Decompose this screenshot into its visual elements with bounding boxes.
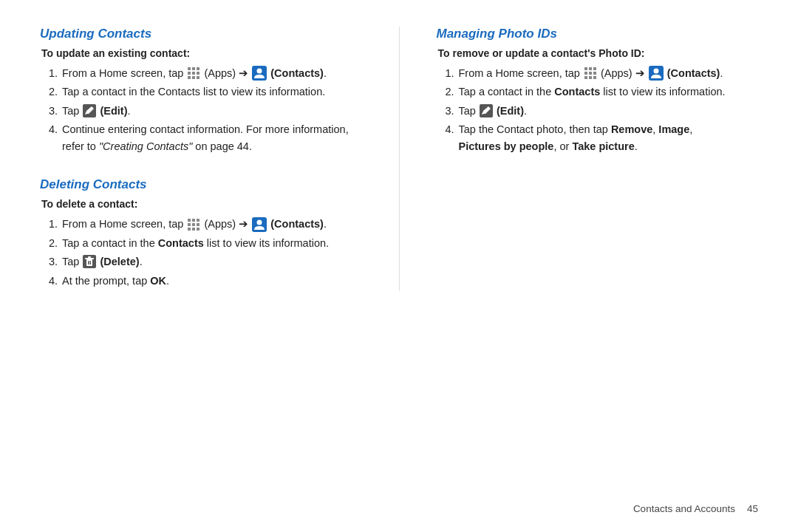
svg-rect-37 (593, 76, 596, 79)
delete-icon (83, 255, 96, 268)
edit-icon-2 (480, 104, 493, 117)
svg-rect-32 (584, 72, 587, 75)
remove-label: Remove (611, 123, 652, 135)
section-managing-photos: Managing Photo IDs To remove or update a… (437, 27, 759, 157)
footer-page-number: 45 (747, 503, 758, 514)
svg-rect-26 (88, 256, 91, 258)
apps-icon-2 (187, 218, 200, 231)
steps-list-deleting: From a Home screen, tap (Apps) ➔ (61, 216, 362, 289)
column-divider (399, 27, 400, 291)
apps-icon (187, 66, 200, 80)
creating-contacts-ref: "Creating Contacts" (99, 140, 192, 152)
svg-point-10 (257, 69, 262, 74)
contacts-bold-2: Contacts (158, 237, 204, 249)
section-subtitle-updating: To update an existing contact: (41, 47, 362, 59)
svg-rect-28 (90, 261, 92, 265)
svg-rect-1 (192, 67, 195, 70)
step-2-managing: Tap a contact in the Contacts list to vi… (457, 83, 759, 100)
svg-point-22 (257, 219, 262, 225)
step-1-managing: From a Home screen, tap (Apps) ➔ (457, 65, 759, 81)
delete-label: (Delete) (100, 256, 139, 267)
svg-rect-13 (192, 219, 195, 222)
svg-rect-14 (197, 219, 200, 222)
contacts-icon-3 (649, 66, 664, 81)
svg-rect-17 (197, 223, 200, 226)
edit-label-1: (Edit) (100, 105, 127, 117)
edit-icon-1 (83, 104, 96, 117)
svg-rect-4 (192, 72, 195, 75)
svg-rect-3 (188, 72, 191, 75)
svg-rect-36 (589, 76, 592, 79)
svg-rect-8 (197, 76, 200, 79)
contacts-icon-2 (252, 217, 267, 232)
svg-rect-29 (584, 67, 587, 70)
contacts-icon-1 (252, 66, 267, 81)
svg-rect-2 (197, 67, 200, 70)
step-2-updating: Tap a contact in the Contacts list to vi… (61, 83, 362, 100)
apps-label-3: (Apps) ➔ (601, 67, 648, 79)
svg-rect-19 (192, 228, 195, 231)
step-4-deleting: At the prompt, tap OK. (61, 273, 362, 289)
image-label: Image (658, 123, 689, 135)
svg-rect-18 (188, 228, 191, 231)
svg-rect-25 (85, 258, 94, 259)
step-2-deleting: Tap a contact in the Contacts list to vi… (61, 235, 362, 251)
step-3-deleting: Tap (Delete). (61, 253, 362, 270)
take-picture-label: Take picture (572, 140, 634, 152)
section-subtitle-deleting: To delete a contact: (41, 198, 362, 210)
ok-label: OK (150, 275, 166, 287)
svg-rect-27 (88, 261, 89, 265)
svg-point-39 (653, 69, 658, 74)
page-content: Updating Contacts To update an existing … (0, 0, 798, 318)
left-column: Updating Contacts To update an existing … (40, 27, 362, 291)
svg-rect-5 (197, 72, 200, 75)
svg-rect-34 (593, 72, 596, 75)
svg-rect-6 (188, 76, 191, 79)
svg-rect-12 (188, 219, 191, 222)
section-deleting-contacts: Deleting Contacts To delete a contact: F… (40, 177, 362, 291)
steps-list-updating: From a Home screen, tap (Apps) ➔ (61, 65, 362, 154)
svg-rect-0 (188, 67, 191, 70)
apps-icon-3 (584, 66, 597, 80)
footer-section-label: Contacts and Accounts (633, 503, 735, 514)
svg-rect-16 (192, 223, 195, 226)
pictures-label: Pictures by people (459, 140, 554, 152)
svg-rect-35 (584, 76, 587, 79)
page-footer: Contacts and Accounts 45 (633, 503, 758, 514)
section-updating-contacts: Updating Contacts To update an existing … (40, 27, 362, 157)
section-title-managing: Managing Photo IDs (437, 27, 759, 41)
edit-label-2: (Edit) (497, 105, 524, 117)
right-column: Managing Photo IDs To remove or update a… (437, 27, 759, 291)
svg-rect-31 (593, 67, 596, 70)
contacts-label-1: (Contacts). (270, 67, 327, 79)
svg-rect-24 (86, 259, 92, 266)
section-title-updating: Updating Contacts (40, 27, 362, 41)
section-title-deleting: Deleting Contacts (40, 177, 362, 192)
step-3-managing: Tap (Edit). (457, 103, 759, 119)
svg-rect-15 (188, 223, 191, 226)
step-1-updating: From a Home screen, tap (Apps) ➔ (61, 65, 362, 81)
apps-label: (Apps) ➔ (204, 67, 251, 79)
apps-label-2: (Apps) ➔ (204, 218, 251, 230)
svg-rect-33 (589, 72, 592, 75)
steps-list-managing: From a Home screen, tap (Apps) ➔ (457, 65, 759, 154)
step-4-updating: Continue entering contact information. F… (61, 121, 362, 154)
contacts-label-3: (Contacts). (667, 67, 723, 79)
step-3-updating: Tap (Edit). (61, 103, 362, 119)
svg-rect-30 (589, 67, 592, 70)
step-4-managing: Tap the Contact photo, then tap Remove, … (457, 121, 759, 154)
contacts-bold-3: Contacts (554, 86, 600, 98)
svg-rect-20 (197, 228, 200, 231)
section-subtitle-managing: To remove or update a contact's Photo ID… (438, 47, 759, 59)
contacts-label-2: (Contacts). (270, 218, 327, 230)
step-1-deleting: From a Home screen, tap (Apps) ➔ (61, 216, 362, 232)
svg-rect-7 (192, 76, 195, 79)
